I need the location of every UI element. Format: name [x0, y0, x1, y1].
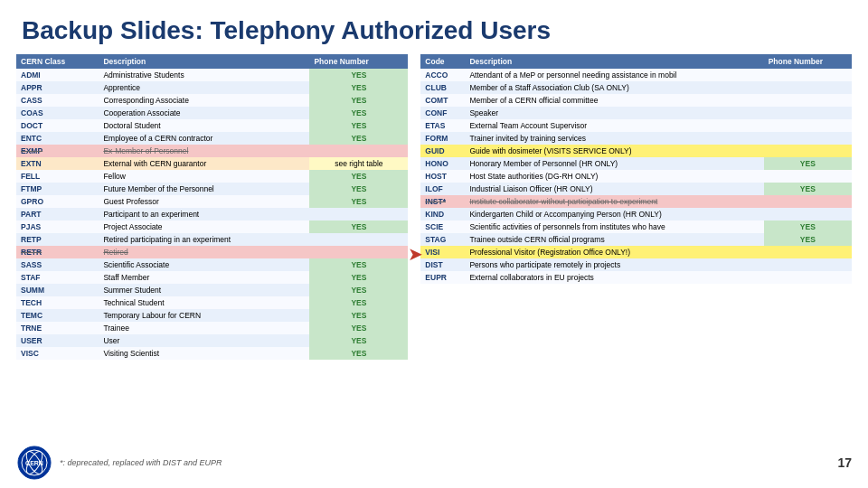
- desc-cell: Corresponding Associate: [99, 94, 309, 107]
- code-cell: SASS: [16, 258, 99, 271]
- code-cell: TRNE: [16, 322, 99, 334]
- phone-cell: [309, 233, 408, 246]
- phone-cell: [309, 145, 408, 157]
- phone-cell: YES: [309, 284, 408, 296]
- desc-cell: Ex-Member of Personnel: [99, 145, 309, 157]
- phone-cell: YES: [309, 94, 408, 107]
- phone-cell: [309, 246, 408, 258]
- phone-cell: YES: [764, 157, 852, 170]
- right-table: Code Description Phone Number ACCOAttend…: [420, 54, 852, 360]
- desc-cell: Host State authorities (DG-RH ONLY): [465, 170, 763, 183]
- table-row: EXMPEx-Member of Personnel: [16, 145, 408, 157]
- phone-cell: YES: [309, 322, 408, 334]
- phone-cell: [764, 271, 852, 284]
- table-row: GPROGuest ProfessorYES: [16, 195, 408, 208]
- code-cell: EXTN: [16, 157, 99, 170]
- phone-cell: YES: [309, 347, 408, 360]
- table-row: GUIDGuide with dosimeter (VISITS SERVICE…: [420, 145, 852, 157]
- table-row: PARTParticipant to an experiment: [16, 208, 408, 221]
- desc-cell: External with CERN guarantor: [99, 157, 309, 170]
- phone-cell: [764, 170, 852, 183]
- right-col-1: Code: [420, 54, 465, 69]
- table-row: CLUBMember of a Staff Association Club (…: [420, 81, 852, 94]
- desc-cell: Summer Student: [99, 284, 309, 296]
- code-cell: GPRO: [16, 195, 99, 208]
- code-cell: DOCT: [16, 119, 99, 132]
- code-cell: HOST: [420, 170, 465, 183]
- phone-cell: [764, 69, 852, 81]
- code-cell: HONO: [420, 157, 465, 170]
- code-cell: ILOF: [420, 183, 465, 195]
- desc-cell: Guest Professor: [99, 195, 309, 208]
- table-row: SUMMSummer StudentYES: [16, 284, 408, 296]
- desc-cell: Project Associate: [99, 221, 309, 233]
- code-cell: USER: [16, 334, 99, 347]
- phone-cell: YES: [309, 271, 408, 284]
- code-cell: INST*: [420, 195, 465, 208]
- code-cell: SCIE: [420, 221, 465, 233]
- code-cell: RETP: [16, 233, 99, 246]
- phone-cell: YES: [309, 107, 408, 119]
- code-cell: STAF: [16, 271, 99, 284]
- code-cell: CASS: [16, 94, 99, 107]
- desc-cell: Institute collaborator without participa…: [465, 195, 763, 208]
- code-cell: CONF: [420, 107, 465, 119]
- phone-cell: [764, 145, 852, 157]
- right-col-2: Description: [465, 54, 763, 69]
- table-row: FORMTrainer invited by training services: [420, 132, 852, 145]
- table-row: VISCVisiting ScientistYES: [16, 347, 408, 360]
- table-row: TECHTechnical StudentYES: [16, 296, 408, 309]
- code-cell: ETAS: [420, 119, 465, 132]
- desc-cell: Industrial Liaison Officer (HR ONLY): [465, 183, 763, 195]
- phone-cell: [764, 94, 852, 107]
- table-row: DOCTDoctoral StudentYES: [16, 119, 408, 132]
- table-row: RETPRetired participating in an experime…: [16, 233, 408, 246]
- desc-cell: Honorary Member of Personnel (HR ONLY): [465, 157, 763, 170]
- table-row: TRNETraineeYES: [16, 322, 408, 334]
- phone-cell: YES: [309, 258, 408, 271]
- code-cell: PART: [16, 208, 99, 221]
- table-row: KINDKindergarten Child or Accompanying P…: [420, 208, 852, 221]
- table-row: DISTPersons who participate remotely in …: [420, 258, 852, 271]
- svg-text:CERN: CERN: [25, 460, 43, 466]
- desc-cell: Staff Member: [99, 271, 309, 284]
- table-row: RETRRetired: [16, 246, 408, 258]
- desc-cell: Future Member of the Personnel: [99, 183, 309, 195]
- table-row: EUPRExternal collaborators in EU project…: [420, 271, 852, 284]
- cern-logo: CERN: [16, 445, 52, 481]
- left-col-1: CERN Class: [16, 54, 99, 69]
- desc-cell: Scientific activities of personnels from…: [465, 221, 763, 233]
- desc-cell: Persons who participate remotely in proj…: [465, 258, 763, 271]
- desc-cell: Technical Student: [99, 296, 309, 309]
- phone-cell: YES: [309, 195, 408, 208]
- code-cell: EUPR: [420, 271, 465, 284]
- code-cell: COAS: [16, 107, 99, 119]
- phone-cell: see right table: [309, 157, 408, 170]
- phone-cell: [309, 208, 408, 221]
- phone-cell: YES: [764, 221, 852, 233]
- table-row: FTMPFuture Member of the PersonnelYES: [16, 183, 408, 195]
- table-row: COMTMember of a CERN official committee: [420, 94, 852, 107]
- phone-cell: [764, 208, 852, 221]
- code-cell: FELL: [16, 170, 99, 183]
- phone-cell: [764, 132, 852, 145]
- phone-cell: YES: [309, 296, 408, 309]
- table-row: ILOFIndustrial Liaison Officer (HR ONLY)…: [420, 183, 852, 195]
- desc-cell: Member of a CERN official committee: [465, 94, 763, 107]
- table-row: SCIEScientific activities of personnels …: [420, 221, 852, 233]
- code-cell: CLUB: [420, 81, 465, 94]
- table-row: PJASProject AssociateYES: [16, 221, 408, 233]
- table-row: INST*Institute collaborator without part…: [420, 195, 852, 208]
- table-row: ETASExternal Team Account Supervisor: [420, 119, 852, 132]
- phone-cell: YES: [309, 334, 408, 347]
- phone-cell: [764, 246, 852, 258]
- table-row: COASCooperation AssociateYES: [16, 107, 408, 119]
- desc-cell: Professional Visitor (Registration Offic…: [465, 246, 763, 258]
- code-cell: DIST: [420, 258, 465, 271]
- table-row: VISIProfessional Visitor (Registration O…: [420, 246, 852, 258]
- table-row: ACCOAttendant of a MeP or personnel need…: [420, 69, 852, 81]
- desc-cell: Speaker: [465, 107, 763, 119]
- code-cell: FORM: [420, 132, 465, 145]
- phone-cell: YES: [309, 309, 408, 322]
- desc-cell: Employee of a CERN contractor: [99, 132, 309, 145]
